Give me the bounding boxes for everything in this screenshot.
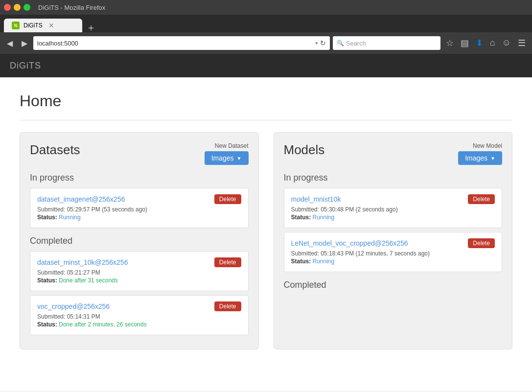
datasets-panel-header: Datasets New Dataset Images ▼	[30, 142, 249, 165]
status-label: Status:	[37, 214, 57, 221]
models-panel-title: Models	[284, 142, 325, 158]
delete-button[interactable]: Delete	[214, 257, 241, 267]
status-label: Status:	[291, 214, 311, 221]
browser-tabbar: N DiGiTS ✕ ＋	[0, 15, 532, 32]
models-dropdown-arrow-icon: ▼	[490, 156, 495, 161]
status-value: Running	[313, 258, 335, 265]
page-title: Home	[20, 92, 512, 110]
minimize-button[interactable]	[14, 4, 21, 11]
download-icon[interactable]: ⬇	[473, 37, 486, 49]
back-button[interactable]: ◀	[4, 37, 16, 50]
list-item: dataset_imagenet@256x256 Delete Submitte…	[30, 188, 249, 228]
app-navbar: DiGiTS	[0, 54, 532, 77]
menu-icon[interactable]: ☰	[515, 37, 528, 49]
browser-titlebar: DiGiTS - Mozilla Firefox	[0, 0, 532, 15]
address-dropdown-icon: ▾	[315, 40, 318, 46]
list-item: dataset_minst_10k@256x256 Delete Submitt…	[30, 251, 249, 291]
delete-button[interactable]: Delete	[214, 301, 241, 311]
home-icon[interactable]: ⌂	[487, 37, 498, 49]
item-link[interactable]: model_mnist10k	[291, 195, 341, 203]
search-placeholder: Search	[346, 40, 366, 47]
item-link[interactable]: dataset_imagenet@256x256	[37, 195, 125, 203]
forward-button[interactable]: ▶	[19, 37, 30, 50]
delete-button[interactable]: Delete	[468, 194, 495, 204]
models-in-progress-heading: In progress	[284, 173, 503, 183]
item-link[interactable]: dataset_minst_10k@256x256	[37, 258, 128, 266]
datasets-images-button[interactable]: Images ▼	[205, 151, 249, 165]
list-item: voc_cropped@256x256 Delete Submitted: 05…	[30, 295, 249, 335]
delete-button[interactable]: Delete	[468, 238, 495, 248]
list-item: LeNet_model_voc_cropped@256x256 Delete S…	[284, 232, 503, 272]
item-submitted: Submitted: 05:30:48 PM (2 seconds ago)	[291, 206, 495, 213]
item-submitted: Submitted: 05:14:31 PM	[37, 313, 241, 320]
item-card-header: dataset_imagenet@256x256 Delete	[37, 194, 241, 204]
panels-row: Datasets New Dataset Images ▼ In progres…	[20, 132, 512, 349]
status-label: Status:	[37, 277, 57, 284]
status-value: Done after 31 seconds	[59, 277, 118, 284]
status-value: Running	[59, 214, 81, 221]
item-status: Status: Done after 2 minutes, 26 seconds	[37, 321, 241, 328]
item-card-header: model_mnist10k Delete	[291, 194, 495, 204]
item-submitted: Submitted: 05:21:27 PM	[37, 269, 241, 276]
datasets-dropdown-arrow-icon: ▼	[237, 156, 242, 161]
status-value: Done after 2 minutes, 26 seconds	[59, 321, 146, 328]
datasets-new-label: New Dataset	[205, 142, 249, 149]
browser-tab[interactable]: N DiGiTS ✕	[4, 19, 82, 32]
window-controls	[4, 4, 30, 11]
datasets-panel: Datasets New Dataset Images ▼ In progres…	[20, 132, 259, 349]
item-status: Status: Done after 31 seconds	[37, 277, 241, 284]
models-in-progress-list: model_mnist10k Delete Submitted: 05:30:4…	[284, 188, 503, 272]
tab-close-button[interactable]: ✕	[48, 22, 54, 29]
maximize-button[interactable]	[23, 4, 30, 11]
item-submitted: Submitted: 05:18:43 PM (12 minutes, 7 se…	[291, 250, 495, 257]
browser-addressbar: ◀ ▶ localhost:5000 ▾ ↻ 🔍 Search ☆ ▤ ⬇ ⌂ …	[0, 32, 532, 54]
new-tab-button[interactable]: ＋	[86, 23, 96, 32]
models-images-btn-label: Images	[465, 154, 487, 162]
bookmark-icon[interactable]: ☆	[443, 37, 456, 49]
item-card-header: LeNet_model_voc_cropped@256x256 Delete	[291, 238, 495, 248]
datasets-in-progress-list: dataset_imagenet@256x256 Delete Submitte…	[30, 188, 249, 228]
close-button[interactable]	[4, 4, 11, 11]
main-content: Home Datasets New Dataset Images ▼ In pr…	[0, 77, 532, 391]
datasets-images-btn-label: Images	[211, 154, 234, 162]
page-divider	[20, 120, 512, 120]
list-item: model_mnist10k Delete Submitted: 05:30:4…	[284, 188, 503, 228]
app-brand[interactable]: DiGiTS	[10, 61, 41, 71]
status-value: Running	[313, 214, 335, 221]
item-link[interactable]: voc_cropped@256x256	[37, 302, 110, 310]
address-bar[interactable]: localhost:5000 ▾ ↻	[33, 36, 330, 50]
search-bar[interactable]: 🔍 Search	[333, 36, 440, 50]
reader-icon[interactable]: ▤	[458, 37, 471, 49]
toolbar-icons: ☆ ▤ ⬇ ⌂ ☺ ☰	[443, 37, 528, 49]
models-panel-header: Models New Model Images ▼	[284, 142, 503, 165]
item-link[interactable]: LeNet_model_voc_cropped@256x256	[291, 239, 408, 247]
tab-favicon: N	[12, 22, 20, 29]
models-images-button[interactable]: Images ▼	[458, 151, 502, 165]
tab-label: DiGiTS	[23, 22, 43, 29]
models-panel: Models New Model Images ▼ In progress mo…	[274, 132, 513, 349]
datasets-panel-title: Datasets	[30, 142, 80, 158]
datasets-new-section: New Dataset Images ▼	[205, 142, 249, 165]
status-label: Status:	[37, 321, 57, 328]
datasets-completed-heading: Completed	[30, 236, 249, 246]
user-icon[interactable]: ☺	[500, 37, 513, 49]
item-submitted: Submitted: 05:29:57 PM (53 seconds ago)	[37, 206, 241, 213]
status-label: Status:	[291, 258, 311, 265]
address-text: localhost:5000	[37, 40, 313, 47]
item-status: Status: Running	[291, 258, 495, 265]
search-icon: 🔍	[337, 40, 344, 46]
models-completed-heading: Completed	[284, 280, 503, 290]
item-card-header: dataset_minst_10k@256x256 Delete	[37, 257, 241, 267]
item-status: Status: Running	[291, 214, 495, 221]
delete-button[interactable]: Delete	[214, 194, 241, 204]
datasets-in-progress-heading: In progress	[30, 173, 249, 183]
window-title: DiGiTS - Mozilla Firefox	[38, 4, 105, 11]
models-new-section: New Model Images ▼	[458, 142, 502, 165]
item-card-header: voc_cropped@256x256 Delete	[37, 301, 241, 311]
datasets-completed-list: dataset_minst_10k@256x256 Delete Submitt…	[30, 251, 249, 335]
refresh-icon: ↻	[320, 39, 326, 47]
item-status: Status: Running	[37, 214, 241, 221]
models-new-label: New Model	[458, 142, 502, 149]
